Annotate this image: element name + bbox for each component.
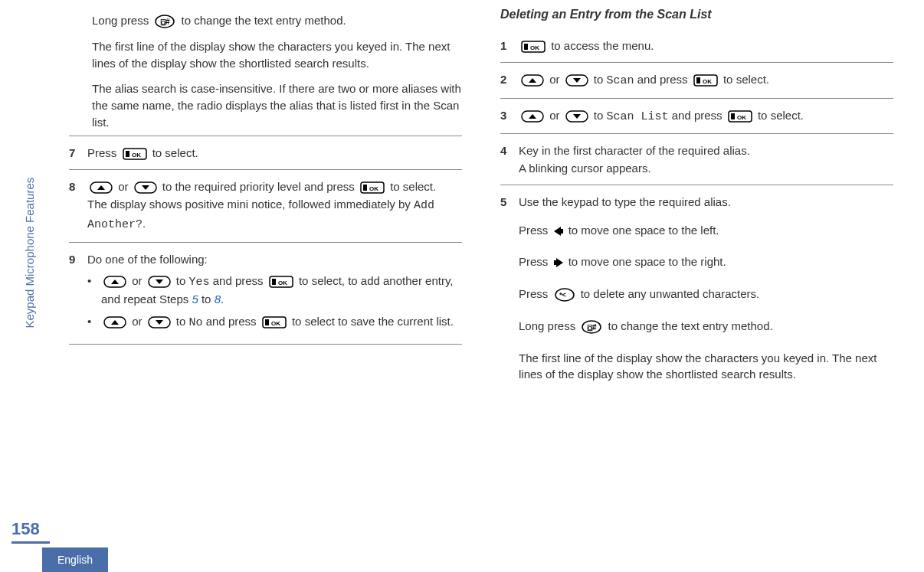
- step-number: 3: [500, 106, 519, 126]
- page-number: 158: [11, 519, 50, 544]
- list-item: or to No and press to select to save the…: [87, 313, 462, 332]
- ok-button-icon: [123, 148, 147, 160]
- ok-button-icon: [269, 276, 293, 288]
- paragraph: Long press to change the text entry meth…: [69, 8, 462, 34]
- lcd-text: No: [189, 316, 203, 329]
- text: to move one space to the left.: [568, 224, 719, 237]
- text: to: [594, 109, 607, 122]
- paragraph: Press to delete any unwanted characters.: [519, 281, 893, 307]
- text: to move one space to the right.: [568, 255, 726, 268]
- text: to select.: [758, 109, 804, 122]
- lcd-text: Scan List: [607, 110, 669, 123]
- text: to select.: [723, 73, 769, 86]
- star-button-icon: [554, 288, 575, 302]
- text: to select to save the current list.: [292, 315, 454, 328]
- lcd-text: Scan: [607, 74, 634, 87]
- step-8: 8 or to the required priority level and …: [69, 169, 462, 242]
- list-item: or to Yes and press to select, to add an…: [87, 273, 462, 309]
- xref-link[interactable]: 8: [215, 293, 221, 306]
- step-number: 2: [500, 70, 519, 90]
- text: to change the text entry method.: [608, 319, 773, 332]
- step-7: 7 Press to select.: [69, 136, 462, 169]
- section-heading: Deleting an Entry from the Scan List: [500, 8, 893, 21]
- paragraph: The first line of the display show the c…: [519, 345, 893, 388]
- step-number: 1: [500, 37, 519, 54]
- down-button-icon: [148, 316, 171, 328]
- text: or: [549, 109, 563, 122]
- xref-link[interactable]: 5: [192, 293, 198, 306]
- text: and press: [669, 109, 726, 122]
- text: Press: [87, 146, 120, 159]
- step-number: 4: [500, 142, 519, 178]
- text: Press: [519, 224, 552, 237]
- text: to: [176, 274, 189, 287]
- step-1: 1 to access the menu.: [500, 29, 893, 62]
- text: to: [176, 315, 189, 328]
- text: Press: [519, 255, 552, 268]
- paragraph: Press to move one space to the left.: [519, 217, 893, 244]
- step-4: 4 Key in the first character of the requ…: [500, 133, 893, 185]
- step-number: 9: [69, 250, 87, 337]
- text: to the required priority level and press: [162, 180, 358, 193]
- text: A blinking cursor appears.: [519, 162, 651, 175]
- language-tab: English: [42, 547, 108, 572]
- up-button-icon: [521, 74, 544, 87]
- text: Long press: [92, 14, 152, 27]
- paragraph: The first line of the display show the c…: [69, 34, 462, 77]
- text: to select.: [152, 146, 198, 159]
- text: to: [594, 73, 607, 86]
- text: or: [132, 315, 146, 328]
- hash-button-icon: [154, 15, 175, 28]
- paragraph: The alias search is case-insensitive. If…: [69, 76, 462, 135]
- up-button-icon: [90, 181, 113, 194]
- step-2: 2 or to Scan and press to select.: [500, 62, 893, 97]
- text: and press: [203, 315, 260, 328]
- down-button-icon: [148, 276, 171, 288]
- text: .: [143, 217, 146, 230]
- text: and press: [634, 73, 691, 86]
- text: to access the menu.: [551, 39, 654, 52]
- text: or: [132, 274, 146, 287]
- ok-button-icon: [360, 181, 385, 194]
- text: .: [221, 293, 224, 306]
- sidebar: Keypad Microphone Features 158 English: [0, 0, 69, 572]
- left-arrow-icon: [554, 226, 563, 237]
- text: The display shows positive mini notice, …: [87, 198, 414, 211]
- text: to select.: [390, 180, 436, 193]
- ok-button-icon: [521, 41, 546, 53]
- hash-button-icon: [581, 320, 602, 334]
- up-button-icon: [103, 276, 126, 288]
- right-arrow-icon: [554, 257, 563, 268]
- step-3: 3 or to Scan List and press to select.: [500, 98, 893, 133]
- text: Use the keypad to type the required alia…: [519, 195, 731, 208]
- down-button-icon: [565, 74, 588, 87]
- paragraph: Long press to change the text entry meth…: [519, 313, 893, 339]
- text: and press: [210, 274, 267, 287]
- right-column: Deleting an Entry from the Scan List 1 t…: [500, 8, 893, 564]
- ok-button-icon: [693, 74, 718, 87]
- section-label: Keypad Microphone Features: [23, 178, 36, 328]
- lcd-text: Yes: [189, 276, 210, 289]
- up-button-icon: [521, 110, 544, 123]
- text: to delete any unwanted characters.: [581, 287, 759, 300]
- text: or: [549, 73, 563, 86]
- step-5: 5 Use the keypad to type the required al…: [500, 185, 893, 395]
- ok-button-icon: [728, 110, 752, 123]
- text: to: [198, 293, 215, 306]
- text: Long press: [519, 319, 578, 332]
- step-number: 7: [69, 144, 87, 162]
- down-button-icon: [134, 181, 157, 194]
- up-button-icon: [103, 316, 126, 328]
- text: or: [118, 180, 132, 193]
- step-number: 8: [69, 178, 87, 234]
- step-number: 5: [500, 193, 519, 387]
- left-column: Long press to change the text entry meth…: [69, 8, 462, 564]
- text: to change the text entry method.: [182, 14, 346, 27]
- text: Press: [519, 287, 552, 300]
- ok-button-icon: [262, 316, 287, 328]
- text: Do one of the following:: [87, 253, 208, 266]
- paragraph: Press to move one space to the right.: [519, 249, 893, 275]
- text: Key in the first character of the requir…: [519, 144, 750, 157]
- down-button-icon: [565, 110, 588, 123]
- step-9: 9 Do one of the following: or to Yes and…: [69, 242, 462, 345]
